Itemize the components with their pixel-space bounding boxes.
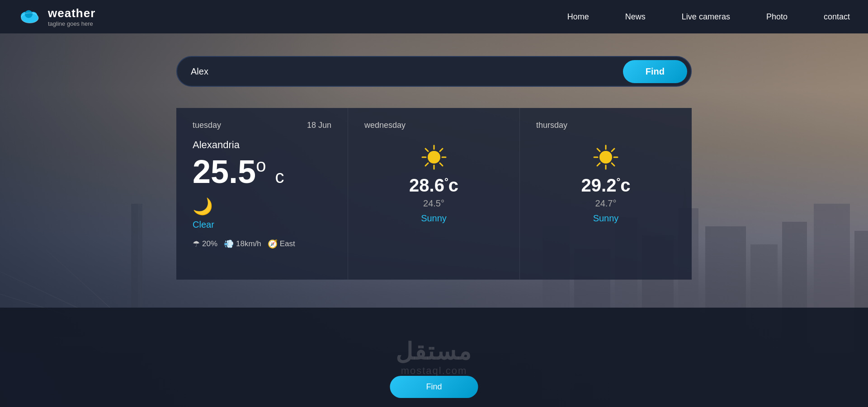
find-button[interactable]: Find: [623, 60, 687, 83]
tuesday-card: tuesday 18 Jun Alexandria 25.5o c 🌙 Clea…: [176, 108, 348, 280]
watermark-url: mostaql.com: [401, 365, 467, 377]
wind-speed-detail: 💨 18km/h: [224, 239, 261, 249]
svg-line-39: [612, 149, 614, 151]
brand-text: weather tagline goes here: [48, 6, 95, 27]
svg-line-29: [440, 163, 443, 166]
humidity-value: 20%: [202, 239, 217, 248]
svg-point-32: [599, 151, 612, 164]
tuesday-temp-value: 25.5: [193, 154, 256, 190]
tuesday-condition: Clear: [193, 220, 331, 230]
humidity-icon: ☂: [193, 239, 200, 249]
wednesday-temp-high: 28.6°c: [409, 175, 458, 196]
wind-dir-detail: 🧭 East: [268, 239, 295, 249]
tuesday-date: 18 Jun: [307, 121, 331, 130]
nav-photo[interactable]: Photo: [766, 12, 788, 22]
footer-area: مستقل mostaql.com Find: [0, 308, 868, 407]
tuesday-temp: 25.5o c: [193, 155, 331, 188]
wednesday-temp: 28.6°c 24.5°: [409, 175, 458, 209]
svg-line-37: [597, 149, 600, 151]
brand-name: weather: [48, 6, 95, 20]
nav-news[interactable]: News: [625, 12, 646, 22]
wind-icon: 💨: [224, 239, 234, 249]
brand: weather tagline goes here: [18, 6, 95, 27]
thursday-header: thursday: [536, 121, 675, 130]
thursday-day: thursday: [536, 121, 567, 130]
tuesday-day: tuesday: [193, 121, 221, 130]
nav-home[interactable]: Home: [567, 12, 589, 22]
tuesday-city: Alexandria: [193, 139, 331, 151]
tuesday-unit: c: [275, 167, 284, 187]
wednesday-temp-low: 24.5°: [409, 198, 458, 209]
watermark-text: مستقل: [396, 338, 472, 365]
svg-line-38: [612, 163, 614, 166]
wednesday-sun-icon: [420, 144, 448, 171]
thursday-sun-icon: [592, 144, 619, 171]
svg-line-40: [597, 163, 600, 166]
weather-cards: tuesday 18 Jun Alexandria 25.5o c 🌙 Clea…: [176, 108, 692, 280]
nav-links: Home News Live cameras Photo contact: [567, 12, 850, 22]
wind-speed-value: 18km/h: [236, 239, 261, 248]
svg-line-28: [425, 149, 428, 151]
cloud-icon: [18, 7, 42, 27]
tuesday-header: tuesday 18 Jun: [193, 121, 331, 130]
tuesday-details: ☂ 20% 💨 18km/h 🧭 East: [193, 239, 331, 249]
wednesday-header: wednesday: [364, 121, 503, 130]
nav-contact[interactable]: contact: [824, 12, 850, 22]
compass-icon: 🧭: [268, 239, 278, 249]
thursday-condition: Sunny: [593, 213, 619, 224]
footer-find-button[interactable]: Find: [390, 376, 478, 398]
moon-icon: 🌙: [193, 197, 331, 216]
thursday-card: thursday: [520, 108, 692, 280]
hero-section: Find tuesday 18 Jun Alexandria 25.5o c 🌙…: [0, 33, 868, 407]
thursday-temp: 29.2°c 24.7°: [581, 175, 631, 209]
search-bar: Find: [176, 56, 692, 87]
brand-tagline: tagline goes here: [48, 20, 95, 27]
svg-line-31: [425, 163, 428, 166]
svg-point-3: [25, 10, 33, 18]
wednesday-day: wednesday: [364, 121, 406, 130]
svg-line-30: [440, 149, 443, 151]
search-input[interactable]: [191, 66, 623, 77]
svg-point-23: [428, 151, 440, 164]
wednesday-condition: Sunny: [421, 213, 447, 224]
navbar: weather tagline goes here Home News Live…: [0, 0, 868, 33]
thursday-temp-high: 29.2°c: [581, 175, 631, 196]
thursday-temp-low: 24.7°: [581, 198, 631, 209]
nav-live-cameras[interactable]: Live cameras: [682, 12, 730, 22]
wind-dir-value: East: [280, 239, 295, 248]
humidity-detail: ☂ 20%: [193, 239, 217, 249]
wednesday-card: wednesday: [348, 108, 520, 280]
tuesday-degree: o: [256, 155, 266, 175]
search-container: Find: [176, 56, 692, 87]
